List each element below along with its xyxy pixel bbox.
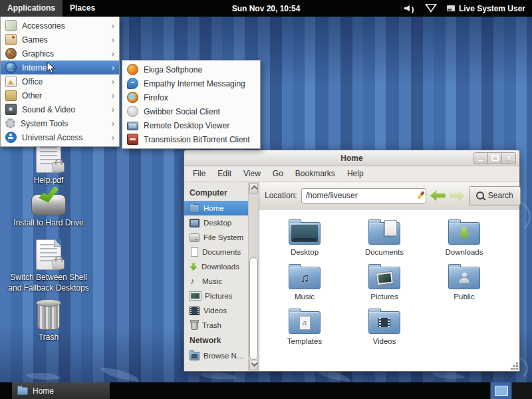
sidebar-item-music[interactable]: Music xyxy=(184,274,248,289)
workspace-1[interactable] xyxy=(491,382,511,399)
menu-item-sound-video[interactable]: Sound & Video › xyxy=(1,102,119,116)
scroll-down-button[interactable] xyxy=(249,360,258,370)
sidebar-item-label: Home xyxy=(203,204,224,212)
file-item-documents[interactable]: Documents xyxy=(347,219,422,256)
search-button[interactable]: Search xyxy=(469,186,521,205)
menubar-bookmarks[interactable]: Bookmarks xyxy=(289,166,341,182)
applications-menu-button[interactable]: Applications xyxy=(0,0,63,17)
menubar-go[interactable]: Go xyxy=(267,166,289,182)
file-label: Desktop xyxy=(291,248,319,256)
minimize-button[interactable] xyxy=(473,152,488,164)
bottom-panel: Home xyxy=(0,382,532,399)
file-item-public[interactable]: Public xyxy=(427,263,501,301)
user-menu[interactable]: Live System User xyxy=(447,4,525,13)
games-icon xyxy=(5,34,17,45)
menu-item-other[interactable]: Other › xyxy=(1,88,119,102)
file-label: Downloads xyxy=(446,248,483,256)
folder-icon xyxy=(17,387,28,395)
sidebar-item-trash[interactable]: Trash xyxy=(184,318,248,332)
minimize-icon xyxy=(478,160,483,162)
menubar-view[interactable]: View xyxy=(237,166,267,182)
desktop-icon-switch-desktops[interactable]: Switch Between Shell and Fallback Deskto… xyxy=(5,239,92,293)
folder-public-icon xyxy=(448,267,480,289)
document-icon xyxy=(191,247,198,257)
file-item-videos[interactable]: Videos xyxy=(347,308,422,345)
menu-item-graphics[interactable]: Graphics › xyxy=(1,47,119,61)
desktop-icon-trash[interactable]: Trash xyxy=(5,299,92,343)
sidebar-item-browse-network[interactable]: Browse N… xyxy=(184,348,248,363)
sidebar-header-network: Network xyxy=(184,332,248,348)
sidebar-item-documents[interactable]: Documents xyxy=(184,245,248,259)
sidebar-item-label: Browse N… xyxy=(203,352,244,360)
workspace-2[interactable] xyxy=(511,382,532,399)
forward-button[interactable] xyxy=(450,190,465,201)
menu-item-universal-access[interactable]: Universal Access › xyxy=(1,130,119,144)
menubar-help[interactable]: Help xyxy=(341,166,370,182)
file-view: Desktop Documents Downloads Music Pictur… xyxy=(259,209,519,371)
submenu-item-remote-desktop[interactable]: Remote Desktop Viewer xyxy=(122,118,260,132)
menu-item-office[interactable]: Office › xyxy=(1,74,119,88)
location-input[interactable] xyxy=(301,188,426,203)
desktop-icon-install-to-hard-drive[interactable]: Install to Hard Drive xyxy=(5,188,92,229)
scroll-up-button[interactable] xyxy=(249,183,258,194)
sidebar-header-computer: Computer xyxy=(184,185,248,201)
sidebar-item-videos[interactable]: Videos xyxy=(184,303,248,318)
wireless-network-icon[interactable] xyxy=(425,4,437,13)
scrollbar-thumb[interactable] xyxy=(249,257,258,360)
network-folder-icon xyxy=(190,352,200,360)
sidebar-scrollbar[interactable] xyxy=(248,182,259,371)
file-item-desktop[interactable]: Desktop xyxy=(267,219,342,256)
sidebar-item-pictures[interactable]: Pictures xyxy=(184,289,248,303)
file-item-templates[interactable]: a Templates xyxy=(267,308,342,345)
sidebar-item-label: Music xyxy=(202,277,222,285)
menu-item-accessories[interactable]: Accessories › xyxy=(1,19,119,33)
window-titlebar[interactable]: Home × xyxy=(184,150,519,166)
file-item-downloads[interactable]: Downloads xyxy=(427,219,501,256)
file-label: Documents xyxy=(365,248,404,256)
submenu-item-firefox[interactable]: Firefox xyxy=(122,90,260,104)
volume-icon[interactable] xyxy=(404,5,415,13)
sidebar-item-label: Videos xyxy=(203,307,227,315)
sidebar-item-home[interactable]: Home xyxy=(184,201,248,215)
sidebar-item-label: Pictures xyxy=(205,292,233,300)
system-tray: Live System User xyxy=(404,4,532,13)
submenu-item-ekiga[interactable]: Ekiga Softphone xyxy=(122,63,260,76)
menu-item-internet[interactable]: Internet › xyxy=(1,61,119,74)
menubar-edit[interactable]: Edit xyxy=(211,166,237,182)
file-label: Templates xyxy=(287,337,322,345)
scrollbar-track[interactable] xyxy=(249,194,259,359)
maximize-button[interactable] xyxy=(487,152,502,164)
submenu-item-empathy[interactable]: Empathy Internet Messaging xyxy=(122,76,260,90)
back-button[interactable] xyxy=(430,190,446,201)
places-sidebar: Computer Home Desktop File System Docume… xyxy=(184,182,248,371)
window-title: Home xyxy=(340,154,362,163)
workspace-switcher xyxy=(490,382,532,399)
sidebar-item-downloads[interactable]: Downloads xyxy=(184,259,248,274)
menu-item-label: Other xyxy=(22,91,42,100)
file-item-music[interactable]: Music xyxy=(267,263,342,301)
display-icon xyxy=(447,5,455,11)
file-item-pictures[interactable]: Pictures xyxy=(347,263,422,301)
trash-can-icon xyxy=(191,321,198,330)
taskbar-item-home[interactable]: Home xyxy=(12,382,110,399)
folder-videos-icon xyxy=(368,311,400,334)
menubar-file[interactable]: File xyxy=(187,166,211,182)
music-note-icon xyxy=(190,278,198,285)
menu-item-games[interactable]: Games › xyxy=(1,33,119,47)
close-button[interactable]: × xyxy=(501,152,516,164)
submenu-item-transmission[interactable]: Transmission BitTorrent Client xyxy=(122,132,260,146)
submenu-item-gwibber[interactable]: Gwibber Social Client xyxy=(122,104,260,118)
resize-grip[interactable] xyxy=(516,368,518,370)
folder-downloads-icon xyxy=(448,222,480,245)
system-tools-icon xyxy=(5,118,15,128)
places-menu-button[interactable]: Places xyxy=(63,0,102,17)
desktop-icon-help-pdf[interactable]: Help.pdf xyxy=(5,142,92,186)
trash-can-icon xyxy=(37,302,60,330)
sidebar-item-file-system[interactable]: File System xyxy=(184,230,248,245)
menu-item-system-tools[interactable]: System Tools › xyxy=(1,116,119,130)
sidebar-item-desktop[interactable]: Desktop xyxy=(184,215,248,230)
ekiga-icon xyxy=(127,64,138,75)
sidebar-item-label: File System xyxy=(203,233,243,241)
submenu-arrow-icon: › xyxy=(112,36,114,44)
graphics-icon xyxy=(5,48,17,59)
